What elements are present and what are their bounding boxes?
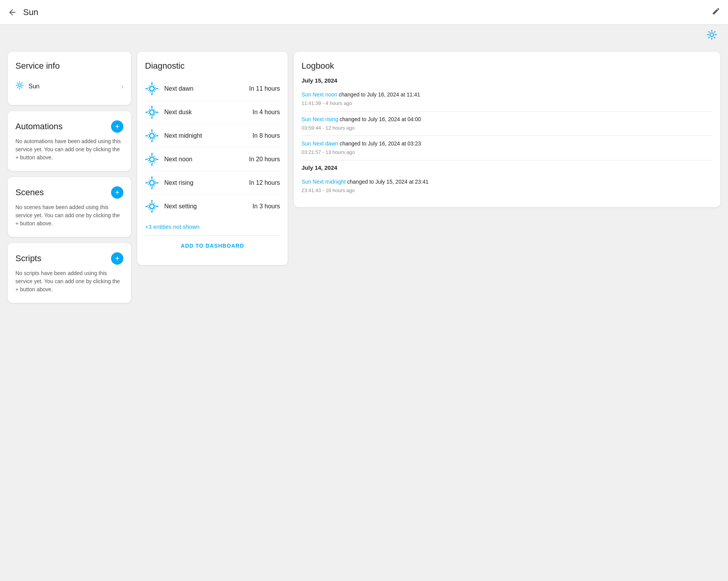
log-change-text: changed to July 16, 2024 at 11:41 — [339, 91, 420, 98]
scenes-header-row: Scenes + — [15, 186, 123, 199]
automations-header-row: Automations + — [15, 120, 123, 133]
scenes-description: No scenes have been added using this ser… — [15, 203, 123, 228]
service-info-card: Service info — [8, 52, 131, 105]
scripts-card: Scripts + No scripts have been added usi… — [8, 243, 131, 303]
log-change-text: changed to July 16, 2024 at 03:23 — [340, 140, 421, 147]
svg-point-24 — [150, 110, 154, 115]
svg-line-14 — [17, 83, 18, 84]
chevron-right-icon: › — [121, 83, 123, 91]
service-entity-name: Sun — [29, 83, 39, 90]
left-column: Service info — [8, 52, 131, 303]
diagnostic-row: Next setting In 3 hours — [145, 195, 280, 218]
content-area: Service info — [0, 25, 728, 318]
svg-point-42 — [150, 181, 154, 185]
middle-column: Diagnostic Next dawn In 11 hours — [137, 52, 288, 265]
svg-point-30 — [150, 133, 154, 138]
log-link[interactable]: Sun Next dawn — [302, 140, 338, 147]
diag-value: In 3 hours — [253, 203, 280, 210]
diag-value: In 20 hours — [249, 156, 280, 163]
svg-line-17 — [17, 87, 18, 88]
log-change-text: changed to July 16, 2024 at 04:00 — [340, 116, 421, 122]
log-link[interactable]: Sun Next rising — [302, 116, 338, 122]
edit-button[interactable] — [712, 7, 720, 17]
svg-point-48 — [150, 204, 154, 209]
svg-point-36 — [150, 157, 154, 162]
log-time: 23:41:43 - 16 hours ago — [302, 187, 713, 194]
svg-line-16 — [22, 83, 22, 84]
log-time: 11:41:39 - 4 hours ago — [302, 100, 713, 107]
page-title: Sun — [23, 7, 38, 17]
logbook-date: July 14, 2024 — [302, 164, 713, 171]
add-to-dashboard-button[interactable]: ADD TO DASHBOARD — [145, 235, 280, 256]
log-entry: Sun Next dawn changed to July 16, 2024 a… — [302, 136, 713, 160]
diagnostic-row: Next dawn In 11 hours — [145, 77, 280, 101]
diag-sun-icon — [145, 199, 159, 213]
diagnostic-row: Next dusk In 4 hours — [145, 101, 280, 124]
svg-point-0 — [710, 33, 713, 36]
svg-line-5 — [709, 32, 709, 32]
header: Sun — [0, 0, 728, 25]
svg-line-8 — [709, 37, 709, 38]
sun-icon-top — [706, 29, 717, 43]
log-entry-text: Sun Next noon changed to July 16, 2024 a… — [302, 91, 713, 99]
add-automation-button[interactable]: + — [111, 120, 123, 133]
svg-point-9 — [18, 84, 21, 86]
diag-value: In 11 hours — [249, 85, 280, 92]
svg-line-7 — [714, 32, 715, 32]
columns: Service info — [8, 52, 720, 303]
diag-sun-icon — [145, 129, 159, 143]
more-entities-link[interactable]: +3 entities not shown — [145, 218, 280, 232]
diag-label: Next rising — [164, 179, 244, 186]
diag-value: In 8 hours — [253, 132, 280, 139]
log-time: 03:59:44 - 12 hours ago — [302, 124, 713, 132]
log-link[interactable]: Sun Next noon — [302, 91, 337, 98]
automations-card: Automations + No automations have been a… — [8, 111, 131, 171]
diag-sun-icon — [145, 105, 159, 119]
diagnostic-title: Diagnostic — [145, 61, 280, 71]
scripts-description: No scripts have been added using this se… — [15, 269, 123, 294]
back-button[interactable] — [8, 8, 17, 17]
logbook-date: July 15, 2024 — [302, 77, 713, 84]
scripts-title: Scripts — [15, 253, 41, 263]
diag-sun-icon — [145, 176, 159, 190]
diagnostic-row: Next midnight In 8 hours — [145, 124, 280, 148]
scenes-title: Scenes — [15, 187, 44, 198]
right-column: Logbook July 15, 2024 Sun Next noon chan… — [294, 52, 720, 207]
service-sun-icon — [15, 81, 24, 92]
service-info-left: Sun — [15, 81, 39, 92]
diag-value: In 12 hours — [249, 179, 280, 186]
log-entry-text: Sun Next dawn changed to July 16, 2024 a… — [302, 140, 713, 148]
log-entry: Sun Next noon changed to July 16, 2024 a… — [302, 87, 713, 111]
diag-label: Next dawn — [164, 85, 244, 92]
logbook-title: Logbook — [302, 61, 713, 71]
automations-title: Automations — [15, 122, 62, 132]
scenes-card: Scenes + No scenes have been added using… — [8, 177, 131, 237]
logbook-sections: July 15, 2024 Sun Next noon changed to J… — [302, 77, 713, 198]
automations-description: No automations have been added using thi… — [15, 137, 123, 162]
diagnostic-card: Diagnostic Next dawn In 11 hours — [137, 52, 288, 265]
svg-point-18 — [150, 86, 154, 91]
service-info-row[interactable]: Sun › — [15, 77, 123, 96]
diag-sun-icon — [145, 82, 159, 96]
diagnostic-row: Next noon In 20 hours — [145, 148, 280, 171]
svg-line-6 — [714, 37, 715, 38]
log-entry: Sun Next midnight changed to July 15, 20… — [302, 174, 713, 198]
diag-label: Next setting — [164, 203, 247, 210]
diagnostic-rows: Next dawn In 11 hours Next dusk In 4 hou… — [145, 77, 280, 218]
add-scene-button[interactable]: + — [111, 186, 123, 199]
diag-label: Next midnight — [164, 132, 247, 139]
scripts-header-row: Scripts + — [15, 252, 123, 265]
diag-sun-icon — [145, 152, 159, 166]
add-script-button[interactable]: + — [111, 252, 123, 265]
diagnostic-row: Next rising In 12 hours — [145, 171, 280, 195]
diag-label: Next noon — [164, 156, 244, 163]
svg-line-15 — [22, 87, 22, 88]
log-entry-text: Sun Next midnight changed to July 15, 20… — [302, 178, 713, 186]
diag-value: In 4 hours — [253, 109, 280, 116]
logbook-card: Logbook July 15, 2024 Sun Next noon chan… — [294, 52, 720, 207]
log-entry: Sun Next rising changed to July 16, 2024… — [302, 111, 713, 136]
log-link[interactable]: Sun Next midnight — [302, 179, 345, 185]
log-entry-text: Sun Next rising changed to July 16, 2024… — [302, 115, 713, 123]
header-left: Sun — [8, 7, 38, 17]
pencil-icon — [712, 7, 720, 15]
